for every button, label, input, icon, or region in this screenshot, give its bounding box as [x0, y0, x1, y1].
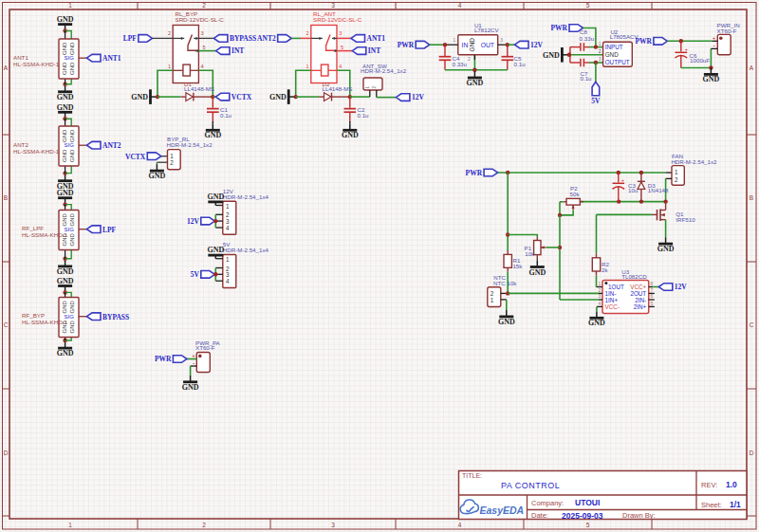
svg-text:3: 3 — [500, 37, 503, 43]
svg-text:5: 5 — [202, 45, 205, 50]
svg-text:2: 2 — [468, 56, 471, 62]
svg-text:PWR: PWR — [398, 41, 415, 49]
svg-text:5: 5 — [341, 45, 343, 50]
svg-text:LPF: LPF — [123, 34, 138, 43]
svg-text:GND: GND — [528, 268, 546, 277]
svg-text:1: 1 — [599, 41, 602, 46]
svg-text:GND: GND — [69, 212, 75, 226]
svg-text:RF_LPF: RF_LPF — [22, 225, 44, 231]
svg-text:PWR: PWR — [635, 37, 652, 46]
svg-text:SIG: SIG — [65, 142, 75, 148]
svg-text:GND: GND — [69, 300, 75, 313]
svg-text:2: 2 — [170, 159, 174, 166]
svg-text:2: 2 — [306, 30, 309, 36]
svg-text:GND: GND — [498, 318, 515, 326]
svg-text:GND: GND — [57, 267, 74, 276]
svg-text:IRF510: IRF510 — [676, 216, 695, 223]
svg-text:GND: GND — [63, 300, 68, 313]
svg-text:+: + — [192, 353, 195, 358]
svg-text:PA CONTROL: PA CONTROL — [501, 481, 560, 490]
svg-text:0.1u: 0.1u — [514, 61, 527, 67]
svg-text:GND: GND — [469, 38, 475, 52]
svg-text:2: 2 — [599, 287, 602, 293]
svg-text:GND: GND — [657, 245, 675, 253]
svg-text:GND: GND — [69, 320, 75, 333]
svg-text:ANT2: ANT2 — [102, 141, 121, 150]
svg-text:+: + — [713, 35, 716, 41]
svg-text:GND: GND — [543, 51, 560, 60]
svg-text:12V: 12V — [675, 283, 688, 291]
svg-text:12V: 12V — [187, 217, 200, 226]
svg-text:GND: GND — [69, 42, 75, 55]
svg-text:2: 2 — [168, 30, 171, 36]
svg-text:INT: INT — [368, 46, 380, 55]
svg-text:EasyEDA: EasyEDA — [480, 504, 525, 516]
svg-text:GND: GND — [57, 349, 74, 358]
svg-text:ANT2: ANT2 — [257, 34, 276, 43]
svg-text:D: D — [4, 449, 9, 456]
svg-text:2: 2 — [599, 48, 602, 54]
svg-text:RF_BYP: RF_BYP — [22, 312, 45, 319]
svg-text:INT: INT — [231, 46, 244, 55]
svg-text:XT60-F: XT60-F — [717, 28, 737, 34]
svg-text:GND: GND — [63, 62, 68, 75]
svg-text:2: 2 — [675, 176, 678, 183]
svg-text:GND: GND — [207, 193, 224, 201]
svg-text:REV:: REV: — [701, 481, 717, 489]
svg-text:GND: GND — [57, 93, 74, 101]
svg-text:1: 1 — [226, 203, 230, 210]
svg-text:2k: 2k — [602, 266, 608, 273]
svg-text:HDR-M-2.54_1x4: HDR-M-2.54_1x4 — [223, 193, 269, 200]
svg-text:OUTPUT: OUTPUT — [605, 59, 630, 65]
svg-text:SRD-12VDC-SL-C: SRD-12VDC-SL-C — [313, 16, 362, 23]
svg-text:SIG: SIG — [65, 55, 75, 61]
svg-text:GND: GND — [703, 75, 720, 83]
svg-text:ANT1: ANT1 — [367, 34, 386, 43]
svg-text:1000uF: 1000uF — [690, 57, 710, 64]
svg-text:GND: GND — [57, 103, 74, 112]
svg-text:4: 4 — [226, 225, 230, 231]
svg-text:1/1: 1/1 — [730, 500, 741, 509]
svg-text:1.0: 1.0 — [726, 480, 737, 489]
svg-text:A: A — [4, 64, 9, 71]
svg-text:GND: GND — [204, 131, 221, 139]
svg-text:GND: GND — [63, 42, 68, 55]
svg-text:GND: GND — [342, 131, 359, 139]
svg-text:0.1u: 0.1u — [358, 112, 370, 119]
svg-text:ANT1: ANT1 — [13, 54, 28, 61]
svg-text:LL4148-MS: LL4148-MS — [323, 85, 353, 92]
svg-text:B: B — [750, 194, 753, 201]
svg-text:4: 4 — [201, 64, 204, 69]
svg-text:4: 4 — [599, 301, 602, 306]
svg-text:INPUT: INPUT — [605, 44, 623, 50]
svg-text:GND: GND — [69, 62, 75, 75]
svg-text:BYPASS: BYPASS — [102, 313, 129, 321]
svg-text:+: + — [621, 177, 624, 183]
svg-text:2025-09-03: 2025-09-03 — [562, 511, 603, 521]
svg-text:2IN-: 2IN- — [635, 297, 646, 303]
svg-text:3: 3 — [339, 30, 342, 36]
svg-text:+: + — [685, 46, 688, 52]
svg-text:7: 7 — [651, 287, 654, 293]
svg-text:1N4148: 1N4148 — [648, 187, 669, 193]
svg-text:LPF: LPF — [102, 226, 117, 234]
svg-text:VCTX: VCTX — [231, 93, 252, 101]
svg-text:OUT: OUT — [481, 42, 494, 48]
svg-text:VCC+: VCC+ — [630, 284, 646, 290]
svg-text:0.1u: 0.1u — [581, 75, 593, 82]
svg-text:1: 1 — [599, 281, 602, 286]
svg-text:HL-SSMA-KHD-1: HL-SSMA-KHD-1 — [13, 61, 60, 67]
svg-text:GND: GND — [605, 51, 619, 58]
svg-text:3: 3 — [331, 2, 335, 9]
svg-text:12V: 12V — [412, 93, 425, 101]
svg-text:Drawn By:: Drawn By: — [622, 511, 656, 520]
svg-text:TL082CD: TL082CD — [621, 273, 647, 280]
svg-text:3: 3 — [201, 30, 204, 36]
svg-text:2: 2 — [202, 2, 206, 9]
svg-text:IN: IN — [462, 42, 469, 48]
svg-text:5V: 5V — [591, 97, 601, 105]
svg-text:10u: 10u — [628, 187, 639, 193]
svg-text:1: 1 — [226, 256, 230, 263]
svg-text:Date:: Date: — [531, 511, 548, 520]
svg-text:BYPASS: BYPASS — [230, 34, 256, 43]
